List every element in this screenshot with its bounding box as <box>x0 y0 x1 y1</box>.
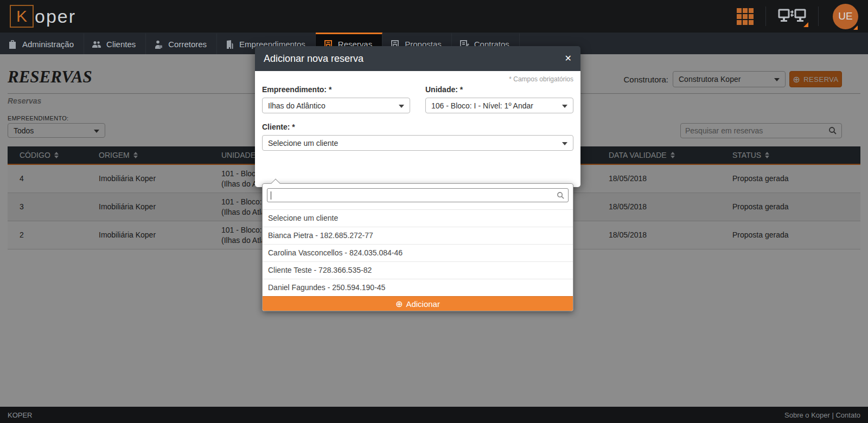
cliente-select[interactable]: Selecione um cliente <box>262 135 573 151</box>
required-fields-note: * Campos obrigatórios <box>262 75 573 83</box>
orange-corner-triangle <box>803 22 808 27</box>
cliente-search-input[interactable] <box>271 191 557 200</box>
dropdown-option-cliente[interactable]: Carolina Vasconcellos - 824.035.084-46 <box>263 244 573 261</box>
unidade-select[interactable]: 106 - Bloco: I - Nível: 1º Andar <box>425 98 573 113</box>
cliente-field-label: Cliente: * <box>262 123 573 131</box>
footer-links-text[interactable]: Sobre o Koper | Contato <box>784 411 860 419</box>
nav-item-administracao[interactable]: Administração <box>0 33 84 54</box>
nav-label: Corretores <box>168 40 207 49</box>
agent-icon <box>154 40 163 49</box>
unidade-selected-value: 106 - Bloco: I - Nível: 1º Andar <box>431 101 533 110</box>
dropdown-option-cliente[interactable]: Bianca Pietra - 182.685.272-77 <box>263 227 573 244</box>
building-icon <box>225 40 234 49</box>
search-icon <box>557 191 565 200</box>
add-reserva-modal: Adicionar nova reserva ✕ * Campos obriga… <box>255 46 580 187</box>
footer-links: Sobre o Koper | Contato <box>784 411 860 419</box>
logo-wordmark: oper <box>35 6 76 27</box>
user-avatar[interactable]: UE <box>833 4 858 29</box>
topbar-actions: UE <box>737 0 858 33</box>
nav-item-corretores[interactable]: Corretores <box>146 33 217 54</box>
briefcase-icon <box>8 40 17 49</box>
unidade-field-label: Unidade: * <box>425 85 573 94</box>
empreendimento-selected-value: Ilhas do Atlântico <box>268 101 326 110</box>
logo-k-mark: K <box>10 5 34 28</box>
nav-label: Administração <box>22 40 74 49</box>
screen-share-icon[interactable] <box>778 7 806 25</box>
adicionar-cliente-button[interactable]: ⊕ Adicionar <box>263 296 573 311</box>
dropdown-option-cliente[interactable]: Cliente Teste - 728.366.535-82 <box>263 261 573 279</box>
modal-title: Adicionar nova reserva <box>264 53 363 65</box>
nav-item-clientes[interactable]: Clientes <box>84 33 146 54</box>
apps-grid-icon[interactable] <box>737 8 754 25</box>
close-icon[interactable]: ✕ <box>565 54 572 63</box>
empreendimento-field-label: Empreendimento: * <box>262 85 410 94</box>
orange-corner-triangle <box>853 25 858 30</box>
modal-body: * Campos obrigatórios Empreendimento: * … <box>255 71 580 187</box>
footer-brand: KOPER <box>8 411 33 419</box>
topbar-divider <box>765 7 766 26</box>
avatar-initials: UE <box>838 10 852 22</box>
top-bar: K oper UE <box>0 0 868 33</box>
empreendimento-select[interactable]: Ilhas do Atlântico <box>262 98 410 113</box>
dropdown-search-wrap <box>263 184 573 209</box>
koper-logo[interactable]: K oper <box>10 5 76 28</box>
modal-header: Adicionar nova reserva ✕ <box>255 46 580 71</box>
footer: KOPER Sobre o Koper | Contato <box>0 407 868 423</box>
people-icon <box>92 40 101 49</box>
topbar-divider <box>818 7 819 26</box>
adicionar-button-label: Adicionar <box>406 299 440 309</box>
dropdown-option-cliente[interactable]: Daniel Fagundes - 250.594.190-45 <box>263 279 573 296</box>
cliente-dropdown-panel: Selecione um cliente Bianca Pietra - 182… <box>262 183 573 311</box>
nav-label: Clientes <box>106 40 136 49</box>
dropdown-search-box <box>267 188 569 202</box>
cliente-selected-value: Selecione um cliente <box>268 139 338 148</box>
plus-circle-icon: ⊕ <box>395 299 403 309</box>
dropdown-option-placeholder[interactable]: Selecione um cliente <box>263 209 573 227</box>
